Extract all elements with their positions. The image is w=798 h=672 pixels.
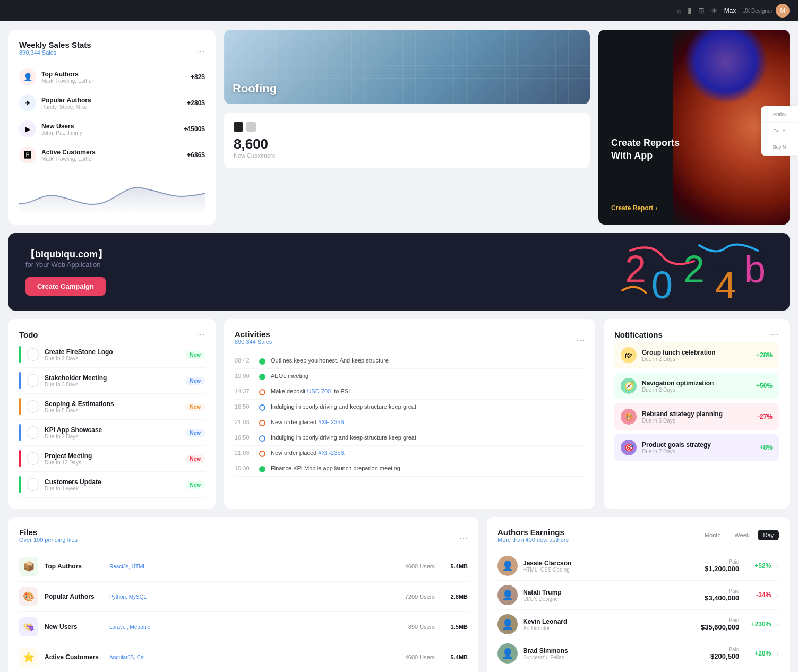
files-menu[interactable]: ⋯ (459, 533, 468, 544)
activities-title: Activities (235, 330, 272, 339)
author-name: Kevin Leonard (523, 618, 670, 625)
list-item: ⭐ Active Customers AngularJS, C# 4600 Us… (19, 642, 468, 672)
chevron-right-icon[interactable]: › (776, 562, 779, 570)
todo-checkbox[interactable] (27, 426, 39, 439)
weekly-sales-title: Weekly Sales Stats (19, 40, 91, 49)
grid-icon[interactable]: ⊞ (698, 6, 705, 15)
todo-item-due: Due In 1 week (45, 486, 180, 492)
notif-icon: 🧭 (621, 378, 637, 394)
file-name: Active Customers (45, 653, 103, 661)
avatar: 👤 (497, 643, 518, 664)
todo-checkbox[interactable] (27, 348, 39, 361)
notifications-menu[interactable]: ⋯ (770, 330, 779, 340)
avatar[interactable]: M (776, 4, 790, 18)
file-icon: 🎨 (19, 587, 38, 606)
order-link-2[interactable]: #XF-2356. (318, 450, 345, 456)
svg-text:4: 4 (715, 264, 736, 304)
notifications-header: Notifications ⋯ (614, 330, 779, 340)
bottom-section: Files Over 100 pending files ⋯ 📦 Top Aut… (8, 517, 790, 672)
file-icon: 📦 (19, 557, 38, 576)
act-text: New order placed #XF-2356. (271, 450, 585, 456)
act-dot (259, 451, 265, 457)
author-name: Natali Trump (523, 589, 670, 596)
list-item: Scoping & Estimations Due In 5 Days New (19, 394, 205, 420)
todo-checkbox[interactable] (27, 400, 39, 413)
file-users: 4600 Users (392, 563, 435, 570)
tab-day[interactable]: Day (758, 530, 779, 540)
create-campaign-button[interactable]: Create Campaign (25, 277, 106, 296)
weekly-sales-menu[interactable]: ⋯ (196, 46, 205, 56)
todo-info: KPI App Showcase Due In 2 Days (45, 426, 180, 440)
customers-icon-dark (234, 122, 243, 132)
list-item: Customers Update Due In 1 week New (19, 472, 205, 498)
order-link[interactable]: #XF-2356. (318, 419, 345, 425)
search-icon[interactable]: ⌕ (677, 6, 681, 15)
author-earnings: Paid $3,400,000 (675, 588, 739, 602)
notif-value: +28% (756, 351, 773, 359)
author-change: -34% (744, 591, 771, 599)
roofing-image-card: Roofing (224, 30, 590, 104)
notifications-title: Notifications (614, 330, 663, 339)
list-item: 08:42 Outlines keep you honest. And keep… (235, 354, 585, 369)
popular-authors-detail: Randy, Steve, Mike (41, 104, 187, 110)
notif-title: Navigation optimization (642, 380, 751, 387)
todo-info: Project Meeting Due In 12 Days (45, 452, 180, 466)
notif-info: Rebrand strategy planning Due in 5 Days (642, 410, 752, 424)
list-item: 🎨 Popular Authors Python, MySQL 7200 Use… (19, 582, 468, 612)
weekly-sales-subtitle: 890,344 Sales (19, 49, 91, 56)
activities-header: Activities 890,344 Sales ⋯ (235, 330, 585, 351)
notif-sub: Due in 5 Days (642, 418, 752, 424)
list-item: 👤 Jessie Clarcson HTML, CSS Coding Paid … (497, 552, 779, 581)
todo-card: Todo ⋯ Create FireStone Logo Due In 2 Da… (8, 319, 216, 509)
topbar: ⌕ ▮ ⊞ ☀ Max UX Designer M (0, 0, 798, 21)
stat-row-top-authors: 👤 Top Authors Mark, Rowling, Esther +82$ (19, 64, 205, 90)
user-profile[interactable]: Max UX Designer M (724, 4, 790, 18)
todo-checkbox[interactable] (27, 452, 39, 465)
act-text: Finance KPI Mobile app launch preparion … (271, 465, 585, 471)
brightness-icon[interactable]: ☀ (711, 6, 718, 15)
act-dot (259, 389, 265, 395)
roofing-glass-overlay (224, 30, 590, 104)
sidebar-hint-item-prebu[interactable]: Prebu (761, 106, 798, 123)
author-earnings: Paid $35,600,000 (675, 617, 739, 631)
top-authors-info: Top Authors Mark, Rowling, Esther (41, 71, 191, 84)
list-item: 👤 Brad Simmons Successful Fellas Paid $2… (497, 639, 779, 668)
chevron-right-icon[interactable]: › (776, 591, 779, 599)
tab-month[interactable]: Month (699, 530, 726, 540)
weekly-sales-card: Weekly Sales Stats 890,344 Sales ⋯ 👤 Top… (8, 30, 216, 225)
authors-earnings-title: Authors Earnings (497, 528, 569, 537)
files-card: Files Over 100 pending files ⋯ 📦 Top Aut… (8, 517, 478, 672)
list-item: 16:50 Indulging in poorly driving and ke… (235, 400, 585, 415)
author-role: UI/UX Designer (523, 596, 670, 602)
chevron-right-icon[interactable]: › (776, 649, 779, 658)
list-item: Project Meeting Due In 12 Days New (19, 446, 205, 472)
notif-sub: Due in 2 Days (642, 387, 751, 393)
todo-checkbox[interactable] (27, 374, 39, 387)
list-item: Create FireStone Logo Due In 2 Days New (19, 342, 205, 368)
chevron-right-icon[interactable]: › (776, 620, 779, 628)
customers-icon-light (246, 122, 256, 132)
authors-list: 👤 Jessie Clarcson HTML, CSS Coding Paid … (497, 552, 779, 668)
tab-week[interactable]: Week (730, 530, 755, 540)
todo-badge: New (185, 403, 205, 411)
file-users: 4600 Users (392, 654, 435, 660)
todo-badge: New (185, 455, 205, 463)
deposit-link[interactable]: USD 700. (307, 388, 332, 394)
activities-menu[interactable]: ⋯ (576, 335, 585, 346)
file-name: Popular Authors (45, 593, 103, 600)
active-customers-icon: 🅱 (19, 147, 36, 163)
authors-earnings-card: Authors Earnings More than 400 new autho… (487, 517, 790, 672)
paid-value: $3,400,000 (675, 594, 739, 602)
file-size: 1.5MB (441, 624, 468, 630)
todo-checkbox[interactable] (27, 478, 39, 491)
top-authors-icon: 👤 (19, 68, 36, 85)
list-item: 🍽 Group lunch celebration Due in 2 Days … (614, 342, 779, 368)
author-earnings: Paid $1,200,000 (675, 559, 739, 573)
create-report-link[interactable]: Create Report › (611, 204, 777, 212)
list-item: 📦 Top Authors ReactJs, HTML 4600 Users 5… (19, 552, 468, 582)
top-authors-detail: Mark, Rowling, Esther (41, 78, 191, 84)
new-users-detail: John, Pat, Jimmy (41, 130, 184, 136)
avatar: 👤 (497, 585, 518, 605)
svg-text:2: 2 (683, 248, 705, 290)
todo-menu[interactable]: ⋯ (196, 330, 205, 340)
